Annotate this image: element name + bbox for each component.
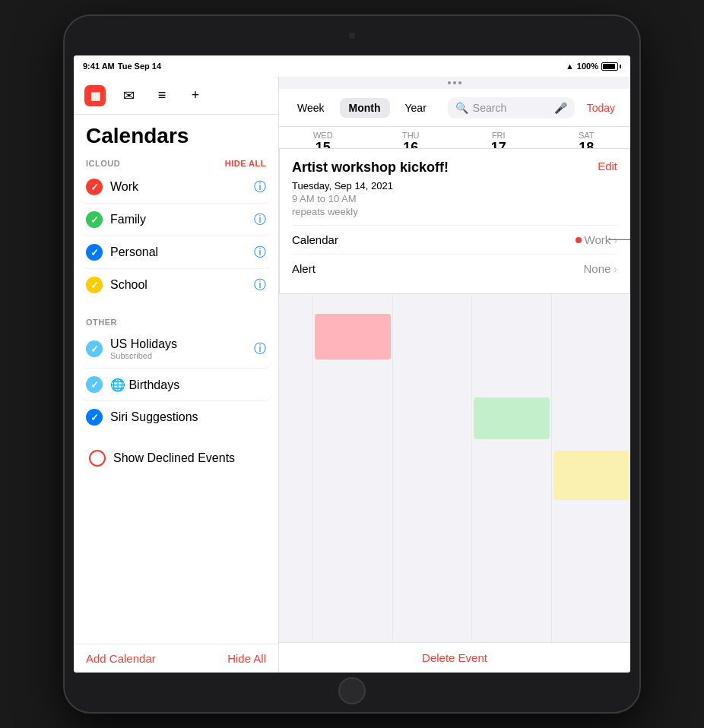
camera [349,33,355,39]
us-holidays-check: ✓ [86,340,103,357]
alert-row-value: None › [583,262,617,275]
calendar-item-family[interactable]: ✓ Family ⓘ [80,204,272,236]
birthdays-label: 🌐 Birthdays [110,378,266,392]
calendar-item-siri[interactable]: ✓ Siri Suggestions [80,401,272,433]
show-declined-events[interactable]: Show Declined Events [80,439,272,477]
search-icon: 🔍 [455,102,468,114]
fri-label: FRI [492,131,506,140]
time: 9:41 AM [83,62,115,71]
wifi-icon: ▲ [566,62,574,71]
calendar-item-birthdays[interactable]: ✓ 🌐 Birthdays [80,369,272,401]
delete-event-button[interactable]: Delete Event [422,651,487,664]
calendar-row[interactable]: Calendar Work › Valige kuvatavadkalendri… [292,225,617,254]
sat-label: SAT [579,131,595,140]
birthdays-check: ✓ [86,376,103,393]
ipad-frame: 9:41 AM Tue Sep 14 ▲ 100% [63,14,641,714]
tab-month[interactable]: Month [340,98,390,118]
alert-row-label: Alert [292,262,316,275]
personal-label: Personal [110,245,246,259]
event-block-wed-2[interactable] [315,314,391,359]
event-detail-panel: Artist workshop kickoff! Edit Tuesday, S… [279,148,630,294]
home-button[interactable] [338,677,366,704]
other-section-header: OTHER [74,313,278,330]
alert-chevron-icon: › [614,263,617,275]
other-label: OTHER [86,318,117,327]
status-right: ▲ 100% [566,62,621,71]
sidebar-title: Calendars [74,115,278,154]
calendar-main: Week Month Year 🔍 Search 🎤 Today WED 15 [279,77,630,673]
wed-label: WED [313,131,333,140]
event-repeat: repeats weekly [292,206,617,217]
inbox-icon[interactable]: ✉ [118,85,139,106]
school-info-icon[interactable]: ⓘ [254,277,266,293]
hide-all-footer-button[interactable]: Hide All [227,652,266,665]
annotation-line [609,239,630,240]
sidebar-footer: Add Calendar Hide All [74,644,278,673]
calendar-name: Work [585,233,611,246]
hide-all-button[interactable]: HIDE ALL [225,159,266,168]
date: Tue Sep 14 [118,62,161,71]
section-divider [74,301,278,313]
status-bar: 9:41 AM Tue Sep 14 ▲ 100% [74,55,630,77]
other-calendar-list: ✓ US Holidays Subscribed ⓘ ✓ 🌐 Birthdays [74,330,278,433]
event-time: 9 AM to 10 AM [292,193,357,204]
calendar-item-personal[interactable]: ✓ Personal ⓘ [80,236,272,269]
delete-event-bar: Delete Event [279,642,630,673]
declined-label: Show Declined Events [113,451,235,465]
calendar-color-dot [576,237,582,243]
search-placeholder: Search [473,102,506,114]
add-calendar-button[interactable]: Add Calendar [86,652,156,665]
edit-event-button[interactable]: Edit [598,160,617,173]
siri-label: Siri Suggestions [110,410,266,424]
tab-week[interactable]: Week [288,98,334,118]
tab-year[interactable]: Year [396,98,436,118]
calendar-item-work[interactable]: ✓ Work ⓘ [80,171,272,204]
calendar-item-us-holidays[interactable]: ✓ US Holidays Subscribed ⓘ [80,330,272,369]
us-holidays-info-icon[interactable]: ⓘ [254,341,266,357]
calendar-item-school[interactable]: ✓ School ⓘ [80,269,272,301]
calendar-row-label: Calendar [292,233,338,246]
subscribed-label: Subscribed [110,351,246,360]
list-icon[interactable]: ≡ [151,85,173,106]
work-check: ✓ [86,179,103,195]
alert-row[interactable]: Alert None › [292,254,617,283]
event-block-sat-1[interactable] [553,451,629,500]
today-button[interactable]: Today [581,99,621,117]
event-date: Tuesday, Sep 14, 2021 [292,180,617,191]
icloud-label: ICLOUD [86,159,120,168]
family-check: ✓ [86,211,103,228]
thu-label: THU [402,131,420,140]
add-icon[interactable]: + [185,85,206,106]
search-bar[interactable]: 🔍 Search 🎤 [448,97,575,119]
calendar-nav-bar: Week Month Year 🔍 Search 🎤 Today [279,89,630,127]
mic-icon[interactable]: 🎤 [554,102,567,114]
annotation: Valige kuvatavadkalendrid. [609,226,630,253]
icloud-calendar-list: ✓ Work ⓘ ✓ Family ⓘ ✓ [74,171,278,301]
work-label: Work [110,180,246,194]
event-title-row: Artist workshop kickoff! Edit [292,160,617,176]
us-holidays-label: US Holidays Subscribed [110,337,246,360]
personal-info-icon[interactable]: ⓘ [254,245,266,261]
family-info-icon[interactable]: ⓘ [254,212,266,228]
school-check: ✓ [86,277,103,293]
personal-check: ✓ [86,244,103,261]
calendar-app-icon[interactable]: ▦ [84,85,106,106]
event-block-fri-1[interactable] [474,397,550,439]
work-info-icon[interactable]: ⓘ [254,179,266,195]
sidebar-toolbar: ▦ ✉ ≡ + [74,77,278,115]
status-left: 9:41 AM Tue Sep 14 [83,62,161,71]
alert-value: None [583,262,610,275]
ipad-screen: 9:41 AM Tue Sep 14 ▲ 100% [74,55,630,673]
app-content: ▦ ✉ ≡ + Calendars ICLOUD [74,77,630,673]
family-label: Family [110,213,246,226]
battery-icon [601,62,621,71]
siri-check: ✓ [86,409,103,426]
sidebar: ▦ ✉ ≡ + Calendars ICLOUD [74,77,279,673]
battery-percent: 100% [577,62,598,71]
icloud-section-header: ICLOUD HIDE ALL [74,154,278,171]
declined-circle-icon [89,450,106,467]
three-dots [279,77,630,89]
event-title: Artist workshop kickoff! [292,160,449,176]
school-label: School [110,278,246,292]
